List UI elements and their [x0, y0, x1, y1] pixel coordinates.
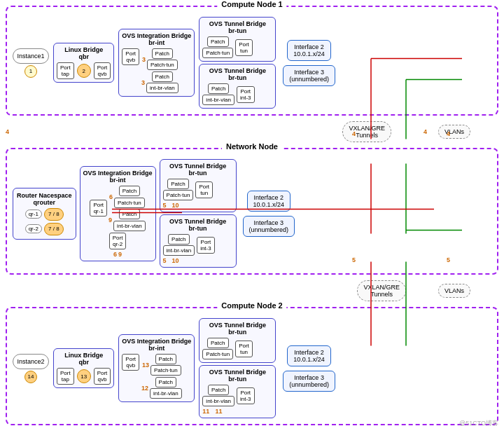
cn1-ovs-port-qvb: Portqvb — [122, 48, 139, 65]
cn2-num11-left: 11 — [202, 408, 209, 415]
net-num6-bot: 6 — [113, 251, 117, 258]
cn1-tun-port-tun: Porttun — [235, 39, 253, 56]
cn1-interface3: Interface 3 (unnumbered) — [283, 65, 335, 86]
cn1-patch-tun-label: Patch — [152, 48, 173, 59]
cn1-port-qvb: Portqvb — [94, 62, 111, 79]
net-ovs-tun-bridge-top: OVS Tunnel Bridgebr-tun Patch Patch·tun … — [160, 159, 237, 212]
cn2-num13-top: 13 — [142, 362, 149, 369]
cn2-ovs-tun-bridge-top: OVS Tunnel Bridgebr-tun Patch Patch·tun … — [199, 318, 276, 363]
cn2-tun-patch-label: Patch — [207, 338, 228, 348]
cn1-tun-patch-label2: Patch·tun — [202, 48, 233, 58]
net-num5-bot: 5 — [163, 257, 167, 264]
net-num10-bot: 10 — [172, 257, 179, 264]
net-interface2: Interface 2 10.0.1.x/24 — [247, 191, 291, 212]
cn1-ovs-tun-bridge-top: OVS Tunnel Bridgebr-tun Patch Patch·tun … — [199, 17, 276, 62]
cn2-patch-int-br-vlan-label2: int-br-vlan — [150, 388, 182, 399]
net-qr1-label: qr-1 — [25, 209, 42, 219]
net-num5-top: 5 — [163, 202, 167, 209]
net-tun-port-int3: Portint-3 — [197, 237, 215, 254]
cn2-bridge-num: 13 — [77, 369, 91, 383]
vxlan-tunnels-2: VXLAN/GRETunnels — [357, 280, 406, 301]
vxlan-tunnels-1: VXLAN/GRETunnels — [342, 121, 391, 142]
net-ovs-tun-bridge-bot: OVS Tunnel Bridgebr-tun Patch int-br-vla… — [160, 214, 237, 268]
instance1-section: Instance1 1 — [13, 48, 49, 78]
cn1-ovs-int-bridge: OVS Integration Bridgebr-int Portqvb 3 P… — [118, 29, 195, 97]
cn2-tun-patch-int-label: Patch — [208, 385, 229, 395]
cn2-interface2: Interface 2 10.0.1.x/24 — [287, 345, 331, 366]
vlans-2: VLANs — [438, 284, 470, 298]
network-node-title: Network Node — [222, 142, 282, 151]
cn2-tun-patch-label2: Patch·tun — [202, 349, 233, 359]
instance1-num: 1 — [24, 65, 37, 78]
cn2-port-qvb: Portqvb — [94, 368, 111, 385]
compute-node-2-box: Compute Node 2 Instance2 14 Linux Bridge… — [6, 307, 498, 425]
net-tun-patch-label: Patch — [167, 179, 188, 189]
cn1-patch-int-br-vlan-label: Patch — [152, 71, 173, 82]
vlans-1: VLANs — [438, 125, 470, 139]
cn2-tun-port-int3: Portint-3 — [237, 387, 255, 404]
watermark: @51CTO博客 — [459, 419, 498, 426]
cn1-network-middle: 4 VXLAN/GRETunnels 4 VLANs — [6, 121, 498, 142]
net-patch-int-br-vlan-label: Patch — [119, 209, 140, 219]
net-tun-patch-int-label2: int-br-vlan — [163, 245, 195, 256]
cn2-num12-bot: 12 — [141, 385, 148, 392]
cn2-ovs-port-qvb: Portqvb — [122, 354, 139, 371]
network-router: Router Nacespaceqrouter qr-1 7 / 8 qr-2 … — [13, 188, 76, 240]
net-cn2-middle: VXLAN/GRETunnels VLANs — [6, 280, 498, 301]
net-tun-patch-int-label: Patch — [168, 234, 189, 245]
net-num9-bot: 9 — [118, 251, 122, 258]
instance1-label: Instance1 — [13, 48, 49, 64]
net-patch-int-br-vlan-label2: int-br-vlan — [113, 221, 146, 231]
net-patch-tun-label2: Patch·tun — [114, 198, 145, 208]
net-qr2-nums: 7 / 8 — [44, 223, 64, 235]
cn2-tun-port-tun: Porttun — [235, 341, 253, 357]
net-tun-port-tun: Porttun — [195, 181, 213, 198]
cn2-ovs-tun-bridge-bot: OVS Tunnel Bridgebr-tun Patch int-br-vla… — [199, 365, 276, 418]
cn1-tun-patch-int-label: Patch — [208, 83, 229, 94]
instance2-label: Instance2 — [13, 354, 49, 369]
net-qr1-nums: 7 / 8 — [44, 208, 64, 221]
cn2-patch-tun-label2: Patch·tun — [150, 365, 181, 376]
cn2-ovs-int-bridge: OVS Integration Bridgebr-int Portqvb 13 … — [118, 334, 195, 402]
cn2-tun-patch-int-label2: int-br-vlan — [202, 396, 234, 406]
cn1-ovs-tun-bridge-bot: OVS Tunnel Bridgebr-tun Patch int-br-vla… — [199, 64, 276, 109]
cn1-tun-port-int3: Portint-3 — [237, 86, 255, 103]
cn1-num3-top: 3 — [142, 56, 146, 63]
cn2-num11-right: 11 — [215, 408, 222, 415]
net-num9-top: 9 — [108, 217, 112, 224]
cn1-port-tap: Porttap — [57, 62, 74, 79]
cn1-patch-tun-label2: Patch·tun — [147, 60, 178, 70]
instance2-section: Instance2 14 — [13, 354, 49, 383]
cn2-patch-tun-label: Patch — [155, 354, 176, 364]
cn1-bridge-num: 2 — [77, 64, 91, 78]
network-node-box: Network Node Router Nacespaceqrouter qr-… — [6, 148, 498, 275]
cn2-patch-int-br-vlan-label: Patch — [155, 377, 176, 387]
net-port-qr1: Portqr-1 — [90, 200, 107, 217]
cn1-net-num4-left: 4 — [6, 128, 9, 135]
cn1-tun-patch-label: Patch — [207, 36, 228, 47]
instance2-num: 14 — [24, 371, 37, 383]
net-ovs-int-bridge: OVS Integration Bridgebr-int Portqr-1 6 … — [80, 166, 156, 261]
net-tun-patch-label2: Patch·tun — [163, 190, 194, 200]
cn2-linux-bridge: Linux Bridge qbr Porttap 13 Portqvb — [53, 348, 114, 388]
cn1-linux-bridge: Linux Bridge qbr Porttap 2 Portqvb — [53, 43, 114, 83]
net-qr2-label: qr-2 — [25, 224, 42, 233]
cn1-patch-int-br-vlan-label2: int-br-vlan — [146, 83, 178, 93]
cn1-net-num4-right: 4 — [424, 128, 427, 135]
cn1-tun-patch-int-label2: int-br-vlan — [202, 95, 234, 105]
net-num6-top: 6 — [109, 193, 113, 200]
net-patch-tun-label: Patch — [119, 186, 140, 196]
compute-node-2-title: Compute Node 2 — [217, 301, 286, 310]
cn1-num3-bot: 3 — [141, 79, 145, 86]
cn2-port-tap: Porttap — [57, 368, 74, 385]
net-port-qr2: Portqr-2 — [109, 233, 127, 249]
cn1-interface2: Interface 2 10.0.1.x/24 — [287, 40, 331, 61]
net-interface3: Interface 3 (unnumbered) — [243, 216, 295, 237]
net-num10-top: 10 — [172, 202, 179, 209]
cn2-interface3: Interface 3 (unnumbered) — [283, 371, 335, 392]
compute-node-1-title: Compute Node 1 — [217, 0, 286, 8]
